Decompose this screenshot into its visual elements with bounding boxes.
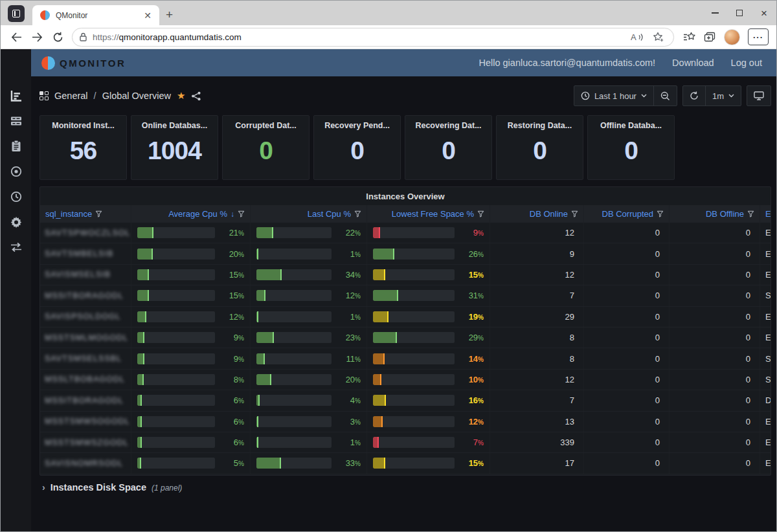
zoom-out-button[interactable] [653,86,677,105]
instance-name-cell[interactable]: SAVISPSOLDOGL [40,307,131,327]
db-corrupted-cell: 0 [584,327,670,348]
filter-funnel-icon[interactable] [238,210,245,217]
profile-avatar[interactable] [724,29,740,45]
minimize-button[interactable] [703,2,727,24]
clipboard-icon[interactable] [8,139,24,154]
tab-close-icon[interactable]: ✕ [141,10,154,21]
instance-name-cell[interactable]: MSSITBORAGODL [40,285,131,305]
instance-name-cell[interactable]: SAVISNOMRSODL [40,453,131,473]
logout-link[interactable]: Log out [731,58,762,68]
table-row[interactable]: MSSLTBOBAGODL8%20%10%1200S [40,370,771,390]
instance-name-cell[interactable]: SAVTSMSELSSBL [40,348,131,368]
table-row[interactable]: SAVISMSELSIB15%34%15%1200E [40,265,771,285]
swap-arrows-icon[interactable] [8,239,24,255]
sort-desc-icon[interactable]: ↓ [231,210,234,219]
column-header-average-cpu-[interactable]: Average Cpu %↓ [131,205,251,223]
record-circle-icon[interactable] [8,164,24,179]
instance-name-blurred: MSSTSMLMOGODL [45,333,128,342]
table-row[interactable]: SAVTSPWOCZLSOL21%22%9%1200E [40,223,771,243]
clock-icon[interactable] [8,189,24,205]
refresh-interval-picker[interactable]: 1m [705,86,741,105]
bar-chart-icon[interactable] [8,88,24,104]
bar-gauge-fill [373,437,379,448]
instance-name-cell[interactable]: SAVISMSELSIB [40,265,131,285]
column-header-sql-instance[interactable]: sql_instance [40,205,131,223]
tab-actions-button[interactable] [8,5,25,22]
column-label[interactable]: Average Cpu % [168,209,227,219]
bar-gauge-fill [373,269,385,280]
column-label[interactable]: DB Corrupted [602,209,653,219]
gear-icon[interactable] [8,214,24,230]
brand-logo[interactable]: QMONITOR [41,56,126,70]
filter-funnel-icon[interactable] [571,210,578,217]
collapsed-row-instances-disk-space[interactable]: › Instances Disk Space (1 panel) [39,482,771,493]
instance-name-blurred: SAVISPSOLDOGL [45,312,121,321]
filter-funnel-icon[interactable] [95,210,102,217]
share-icon[interactable] [191,91,201,101]
filter-funnel-icon[interactable] [747,210,754,217]
table-row[interactable]: MSSTSMLMOGODL9%23%29%800E [40,327,771,348]
monitor-icon [754,91,764,100]
column-header-db-corrupted[interactable]: DB Corrupted [584,205,670,223]
settings-more-button[interactable]: ··· [748,28,769,45]
instance-name-cell[interactable]: MSSITBORAGODL [40,390,131,410]
instance-name-cell[interactable]: MSSTSMWSZGODL [40,432,131,452]
column-label[interactable]: Lowest Free Space % [392,209,474,219]
table-row[interactable]: SAVTSMBELSIB20%1%26%900E [40,243,771,264]
last-cpu-cell: 20% [251,370,367,390]
table-row[interactable]: MSSITBORAGODL6%4%16%700D [40,390,771,411]
bar-gauge-value: 1% [336,249,361,259]
column-label[interactable]: DB Online [530,209,568,219]
table-row[interactable]: SAVISNOMRSODL5%33%15%1700E [40,453,771,474]
read-aloud-icon[interactable]: A [631,32,644,42]
apps-grid-icon[interactable] [39,91,49,100]
close-button[interactable]: × [752,2,776,24]
table-row[interactable]: MSSTSMWSOGODL6%3%12%1300E [40,412,771,432]
column-header-db-online[interactable]: DB Online [490,205,584,223]
forward-button[interactable] [27,27,47,47]
column-header-lowest-free-space-[interactable]: Lowest Free Space % [367,205,490,223]
kiosk-mode-button[interactable] [747,86,771,105]
column-header-last-cpu-[interactable]: Last Cpu % [251,205,367,223]
column-label[interactable]: E [765,209,771,219]
filter-funnel-icon[interactable] [354,210,361,217]
instance-name-blurred: SAVTSPWOCZLSOL [45,228,131,238]
collections-icon[interactable] [704,32,716,43]
table-row[interactable]: SAVTSMSELSSBL9%11%14%800S [40,348,771,369]
maximize-button[interactable] [727,2,752,24]
favorite-star-add-icon[interactable] [653,32,664,43]
download-link[interactable]: Download [672,58,714,68]
back-button[interactable] [6,27,27,47]
column-header-e[interactable]: E [760,205,771,223]
dashboards-icon[interactable] [8,113,24,129]
browser-tab[interactable]: QMonitor ✕ [32,5,159,25]
filter-funnel-icon[interactable] [657,210,664,217]
breadcrumb-title[interactable]: Global Overview [102,91,171,101]
column-label[interactable]: sql_instance [45,209,92,219]
address-bar[interactable]: https://qmonitorapp.quantumdatis.com A [72,28,674,47]
favorite-star-icon[interactable]: ★ [177,90,185,102]
url-text[interactable]: https://qmonitorapp.quantumdatis.com [93,32,631,42]
instance-name-cell[interactable]: MSSTSMWSOGODL [40,412,131,432]
table-row[interactable]: SAVISPSOLDOGL12%1%19%2900E [40,307,771,327]
filter-funnel-icon[interactable] [477,210,484,217]
refresh-dashboard-button[interactable] [683,86,705,105]
bar-gauge-fill [256,458,281,469]
column-label[interactable]: DB Offline [706,209,744,219]
instance-name-cell[interactable]: MSSTSMLMOGODL [40,327,131,348]
column-label[interactable]: Last Cpu % [308,209,351,219]
instance-name-cell[interactable]: MSSLTBOBAGODL [40,370,131,390]
refresh-button[interactable] [47,27,68,47]
last-cpu-cell: 4% [251,390,367,410]
table-row[interactable]: MSSITBORAGODL15%12%31%700S [40,285,771,306]
time-range-picker[interactable]: Last 1 hour [574,86,653,105]
instance-name-cell[interactable]: SAVTSPWOCZLSOL [40,223,131,243]
breadcrumb-section[interactable]: General [54,91,88,101]
instance-name-cell[interactable]: SAVTSMBELSIB [40,243,131,263]
bar-gauge-track [256,249,332,260]
new-tab-button[interactable]: + [166,8,173,21]
table-row[interactable]: MSSTSMWSZGODL6%1%7%33900E [40,432,771,453]
bar-gauge-fill [256,290,265,301]
column-header-db-offline[interactable]: DB Offline [670,205,760,223]
favorites-bar-icon[interactable] [683,32,696,43]
